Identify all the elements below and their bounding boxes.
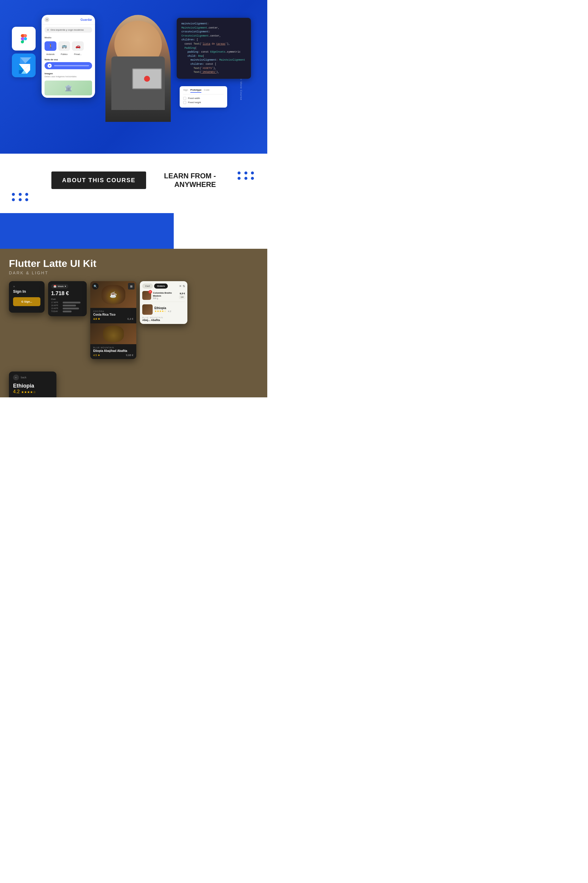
amount-display: 1.718 € (51, 290, 84, 296)
dot-3 (251, 171, 254, 174)
date-today: TODAY (51, 310, 62, 312)
ethiopia-stars-display: ★★★★☆ (21, 390, 36, 394)
search-icon-overlay[interactable]: 🔍 (92, 283, 99, 289)
flutter-logo-icon (16, 57, 32, 74)
curr-label: Curr. (51, 298, 84, 301)
code-line-8: mainAxisAlignment: MainAxisAlignment (182, 58, 246, 62)
ethiopia-info: Ethiopia ★★★★☆ 4.2 (154, 307, 171, 313)
orders-controls: ✕ ⇅ (179, 284, 185, 289)
code-line-1: mainAxisAlignment: MainAxisAlignment.cen… (182, 22, 246, 30)
back-label: back (21, 376, 26, 379)
close-orders-icon[interactable]: ✕ (179, 284, 182, 288)
flutter-latte-card: Flutter Latte UI Kit DARK & LIGHT ✕ Sign… (0, 249, 267, 397)
learn-anywhere: LEARN FROM - ANYWHERE (164, 172, 216, 189)
screen-back-ethiopia: ← back Ethiopia 4.2 ★★★★☆ (9, 372, 56, 397)
hero-person (99, 9, 177, 122)
order-item-1-name: Colombia Brailio Medem (153, 292, 177, 297)
phone-search-bar: ⊙ Gira izquierda y coge escaleras (45, 27, 92, 33)
hero-section: Skillskills.com For More Course (0, 0, 267, 153)
prototype-tabs: Sign Prototype Code (183, 89, 224, 95)
code-block: mainAxisAlignment: MainAxisAlignment.cen… (177, 18, 251, 79)
coffee1-name: Costa Rica Tico (93, 313, 134, 316)
label-privado: Privad... (72, 53, 84, 55)
ethiopia-stars: ★★★★☆ 4.2 (154, 310, 171, 313)
screen-signin: ✕ Sign In G Sign... (9, 281, 45, 313)
figma-logo-icon (17, 32, 31, 45)
laptop-logo (144, 76, 150, 82)
transport-walking: 🚶 (45, 41, 56, 51)
date-row-1: 17 APR (51, 301, 84, 304)
week-selector: 📅 Week ▾ (51, 284, 68, 289)
imagen-desc: Debes usar imágenes horizontales (45, 75, 92, 78)
order-item-1-price: 8,5 € (180, 292, 185, 295)
ethiopia-star-rating: 4.2 (13, 389, 20, 394)
coffee1-rating: 4.9 ★ (93, 317, 100, 320)
tab-prototype[interactable]: Prototype (190, 89, 201, 93)
ethiopia-name: Ethiopia (154, 307, 171, 310)
hero-content-row: ✕ Guardar ⊙ Gira izquierda y coge escale… (0, 0, 267, 119)
orders-tabs: Cart Orders ✕ ⇅ (142, 284, 185, 289)
tab-sign[interactable]: Sign (183, 89, 188, 93)
week-label: Week (58, 285, 63, 288)
blue-mountain-label: BLUE MOUNTAIN (142, 316, 185, 319)
code-line-2: crossAxisAlignment: CrossAxisAlignment.c… (182, 30, 246, 38)
svg-marker-1 (20, 57, 31, 63)
coffee2-origin: BLUE MOUNTAIN (93, 346, 134, 349)
orders-tab[interactable]: Orders (154, 284, 168, 289)
fixed-width-label: Fixed width (188, 97, 200, 99)
fixed-height-label: Fixed height (188, 101, 201, 104)
phone-section-medio: Medio (42, 35, 95, 40)
back-icon[interactable]: ← (13, 375, 19, 381)
coffee2-rating: 4.5 ★ (93, 354, 100, 357)
fixed-width-row: Fixed width (183, 97, 224, 100)
dot-4 (238, 177, 240, 180)
dot-bl-3 (25, 193, 28, 196)
flutter-icon-box (12, 54, 36, 77)
coffee2-name: Etiopia Abajihad Abafita (93, 349, 134, 352)
date-row-2: 18 APR (51, 304, 84, 307)
about-badge: ABOUT THIS COURSE (51, 171, 146, 189)
sort-orders-icon[interactable]: ⇅ (183, 284, 185, 288)
order-item-1-qty[interactable]: 1 ▾ (179, 295, 185, 299)
code-line-6: padding: const EdgeInsets.symmetric (182, 50, 246, 54)
fixed-width-checkbox[interactable] (183, 97, 186, 100)
ethiopia-rating: 4.2 (168, 310, 171, 313)
order-item-1: ✕ Colombia Brailio Medem 500 g 8,5 € 1 ▾ (142, 291, 185, 302)
voice-play-btn[interactable]: ▶ (48, 63, 52, 68)
filter-icon-overlay[interactable]: ⊞ (128, 283, 135, 289)
dot-bl-2 (19, 193, 22, 196)
calendar-icon: 📅 (54, 285, 56, 288)
phone-voice-bar: ▶ (45, 62, 92, 69)
phone-close-btn: ✕ (45, 17, 49, 22)
cart-tab[interactable]: Cart (142, 284, 153, 289)
flutter-latte-subtitle: DARK & LIGHT (9, 271, 258, 275)
dot-bl-1 (12, 193, 15, 196)
close-x: ✕ (13, 285, 40, 288)
coffee2-price-row: 4.5 ★ 9,68 € (93, 354, 134, 357)
tab-code[interactable]: Code (204, 89, 209, 93)
code-line-11: Text('IMÁGENES'), (182, 71, 246, 75)
about-section: ABOUT THIS COURSE LEARN FROM - ANYWHERE (0, 153, 267, 213)
dot-bl-5 (19, 198, 22, 201)
date-row-3: 19 APR (51, 307, 84, 309)
dot-1 (238, 171, 240, 174)
phone-imagen-section: Imagen Debes usar imágenes horizontales (42, 71, 95, 79)
fixed-height-row: Fixed height (183, 101, 224, 104)
flutter-latte-title: Flutter Latte UI Kit (9, 258, 258, 269)
ethiopia-preview: Ethiopia ★★★★☆ 4.2 BLUE MOUNTAIN Abej...… (142, 304, 185, 322)
phone-img-placeholder: 🏛️ (45, 81, 92, 95)
ethiopia-img (142, 304, 153, 315)
dot-2 (244, 171, 248, 174)
google-sign-in-btn[interactable]: G Sign... (13, 297, 40, 306)
dot-6 (251, 177, 254, 180)
dots-top-right (238, 171, 255, 180)
screen-coffee1: 🔍 ⊞ ☕ COCÓRA Costa Rica Tico 4.9 ★ 6,4 € (90, 281, 136, 359)
fixed-height-checkbox[interactable] (183, 101, 186, 104)
bottom-screens: ← back Ethiopia 4.2 ★★★★☆ (9, 372, 56, 397)
figma-icon-box (12, 27, 36, 51)
phone-voice-note-label: Nota de voz (45, 58, 92, 61)
code-line-7: child: Row( (182, 54, 246, 59)
phone-transport-row: 🚶 🚌 🚗 (42, 40, 95, 53)
coffee-sack-1: ☕ (102, 285, 125, 304)
remove-item-1-icon[interactable]: ✕ (148, 290, 152, 293)
